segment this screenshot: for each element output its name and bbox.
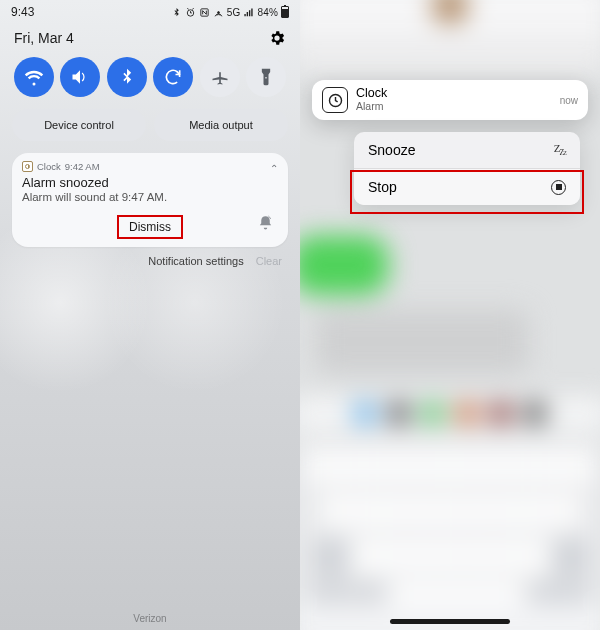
notification-title: Alarm snoozed xyxy=(22,175,278,190)
quick-settings-row xyxy=(0,53,300,105)
battery-icon xyxy=(281,6,289,18)
carrier-label: Verizon xyxy=(0,613,300,624)
android-notification-shade: 9:43 5G 84% Fri, Mar 4 Device control Me… xyxy=(0,0,300,630)
stop-icon xyxy=(551,180,566,195)
alarm-banner[interactable]: Clock Alarm now xyxy=(312,80,588,120)
snooze-zz-icon: ZZZ xyxy=(554,142,566,157)
clear-all-button[interactable]: Clear xyxy=(256,255,282,267)
status-bar: 9:43 5G 84% xyxy=(0,0,300,19)
media-output-button[interactable]: Media output xyxy=(154,109,288,141)
clock-app-icon xyxy=(22,161,33,172)
clock-app-icon xyxy=(322,87,348,113)
status-right: 5G 84% xyxy=(171,6,289,18)
collapse-chevron-icon[interactable]: ⌃ xyxy=(270,163,278,174)
qs-bluetooth[interactable] xyxy=(107,57,147,97)
shade-header: Fri, Mar 4 xyxy=(0,19,300,53)
snooze-bell-icon[interactable] xyxy=(257,214,274,231)
nfc-icon xyxy=(199,7,210,18)
notification-header: Clock 9:42 AM xyxy=(22,161,278,172)
snooze-action[interactable]: Snooze ZZZ xyxy=(354,132,580,169)
settings-button[interactable] xyxy=(268,29,286,47)
status-time: 9:43 xyxy=(11,5,34,19)
qs-wifi[interactable] xyxy=(14,57,54,97)
notification-app-name: Clock xyxy=(37,161,61,172)
banner-app-name: Clock xyxy=(356,87,552,101)
banner-timestamp: now xyxy=(560,95,578,106)
shade-date: Fri, Mar 4 xyxy=(14,30,74,46)
dismiss-button[interactable]: Dismiss xyxy=(117,215,183,239)
alarm-actions-list: Snooze ZZZ Stop xyxy=(354,132,580,205)
bluetooth-icon xyxy=(171,7,182,18)
signal-icon xyxy=(243,7,254,18)
shade-footer: Notification settings Clear xyxy=(0,247,300,275)
qs-flashlight[interactable] xyxy=(246,57,286,97)
notification-time: 9:42 AM xyxy=(65,161,100,172)
qs-airplane[interactable] xyxy=(200,57,240,97)
hotspot-icon xyxy=(213,7,224,18)
device-control-button[interactable]: Device control xyxy=(12,109,146,141)
ios-alarm-overlay: Clock Alarm now Snooze ZZZ Stop xyxy=(300,0,600,630)
stop-label: Stop xyxy=(368,179,397,195)
snooze-label: Snooze xyxy=(368,142,415,158)
battery-pct: 84% xyxy=(257,7,278,18)
notification-message: Alarm will sound at 9:47 AM. xyxy=(22,191,278,203)
notification-settings-link[interactable]: Notification settings xyxy=(148,255,243,267)
stop-action[interactable]: Stop xyxy=(354,169,580,205)
qs-autorotate[interactable] xyxy=(153,57,193,97)
network-type: 5G xyxy=(227,7,241,18)
banner-subtitle: Alarm xyxy=(356,101,552,113)
qs-secondary-row: Device control Media output xyxy=(0,105,300,149)
alarm-icon xyxy=(185,7,196,18)
home-indicator[interactable] xyxy=(390,619,510,624)
svg-point-2 xyxy=(217,11,219,13)
qs-mute[interactable] xyxy=(60,57,100,97)
notification-card[interactable]: Clock 9:42 AM ⌃ Alarm snoozed Alarm will… xyxy=(12,153,288,247)
